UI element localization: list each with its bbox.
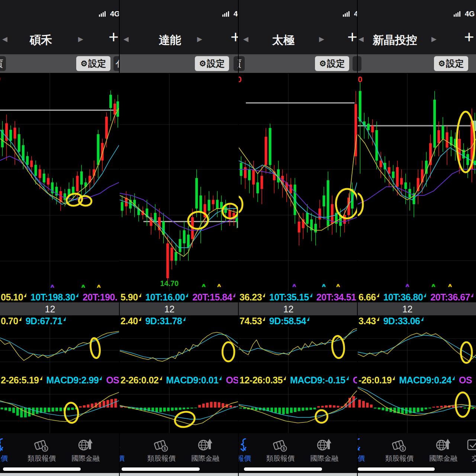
- tab-item-quote-person[interactable]: 報價: [0, 438, 21, 463]
- tab-item-quote-person[interactable]: 報價: [357, 438, 378, 463]
- next-stock-arrow[interactable]: ▶: [431, 35, 437, 43]
- tab-item-sector-quotes[interactable]: $類股報價: [141, 438, 182, 463]
- kd-chart-svg: [120, 327, 238, 374]
- indicator-value: 10T:16.00: [145, 292, 188, 303]
- kd-indicator-chart[interactable]: [358, 327, 476, 374]
- tab-item-sector-quotes[interactable]: $類股報價: [260, 438, 301, 463]
- next-stock-arrow[interactable]: ▶: [78, 35, 83, 43]
- svg-text:^: ^: [406, 283, 409, 289]
- home-indicator[interactable]: [358, 467, 435, 471]
- svg-text:^: ^: [51, 284, 54, 290]
- sector-quotes-icon: $: [33, 438, 50, 453]
- home-indicator[interactable]: [244, 467, 322, 471]
- trade-icon: [467, 438, 476, 453]
- month-label: 12: [283, 304, 294, 315]
- date-axis-row: 12: [0, 302, 119, 315]
- settings-button[interactable]: ⚙設定: [195, 56, 229, 71]
- indicator-value: 9D:67.71: [26, 316, 65, 327]
- settings-button[interactable]: ⚙設定: [76, 56, 110, 71]
- svg-text:^: ^: [293, 283, 296, 289]
- candlestick-chart[interactable]: ^^^0: [358, 73, 476, 292]
- indicator-value: O: [353, 375, 357, 386]
- tab-item-sector-quotes[interactable]: $類股報價: [379, 438, 420, 463]
- tab-label: 國際金融: [71, 454, 100, 463]
- indicator-value: -26:0.19: [358, 375, 395, 386]
- tab-item-quote-person[interactable]: 報價: [119, 438, 138, 463]
- up-tick-icon: [392, 376, 396, 380]
- settings-button[interactable]: ⚙設定: [315, 56, 349, 71]
- macd-indicator-chart[interactable]: [239, 387, 357, 433]
- kd-chart-svg: [0, 327, 119, 374]
- up-tick-icon: [139, 293, 142, 297]
- price-button-clipped[interactable]: 賈: [0, 56, 6, 71]
- price-button-clipped[interactable]: 賈: [234, 56, 238, 71]
- price-ma-row: 6.6610T:36.8020T:36.67: [358, 292, 476, 302]
- side-button-clipped[interactable]: [353, 56, 357, 71]
- kd-indicator-chart[interactable]: [120, 327, 238, 374]
- prev-stock-arrow[interactable]: ◀: [123, 35, 129, 43]
- chart-toolbar: ⚙設定: [358, 54, 476, 73]
- bottom-strip: [0, 473, 119, 476]
- indicator-value: 2-26:5.19: [1, 375, 42, 386]
- tab-item-sector-quotes[interactable]: $類股報價: [21, 438, 62, 463]
- tab-item-global-finance[interactable]: 國際金融: [423, 438, 464, 463]
- bottom-strip: [358, 473, 476, 476]
- carrier-label: 4G: [354, 10, 357, 18]
- price-ma-row: 05.1010T:198.3020T:190.: [0, 292, 119, 302]
- global-finance-icon: [77, 438, 94, 453]
- svg-text:^: ^: [337, 283, 340, 289]
- kd-indicator-chart[interactable]: [0, 327, 119, 374]
- svg-text:^: ^: [322, 283, 326, 289]
- tab-label: 報價: [238, 454, 251, 463]
- prev-stock-arrow[interactable]: ◀: [243, 35, 248, 43]
- tab-item-global-finance[interactable]: 國際金融: [65, 438, 106, 463]
- up-tick-icon: [310, 293, 313, 297]
- next-stock-arrow[interactable]: ▶: [319, 35, 324, 43]
- candlestick-chart[interactable]: ^^^0: [0, 73, 119, 292]
- indicator-value: MACD9:2.99: [46, 375, 102, 386]
- prev-stock-arrow[interactable]: ◀: [358, 35, 364, 43]
- gear-icon: ⚙: [438, 59, 446, 68]
- settings-button[interactable]: ⚙設定: [434, 56, 468, 71]
- add-stock-button[interactable]: +: [231, 28, 238, 45]
- tab-item-global-finance[interactable]: 國際金融: [304, 438, 345, 463]
- date-axis-row: 12: [120, 302, 238, 315]
- candlestick-chart[interactable]: ^^14.70: [120, 73, 238, 292]
- home-indicator[interactable]: [122, 467, 200, 471]
- kd-value-row: 2.409D:31.78: [120, 315, 238, 327]
- candlestick-chart-svg: ^^14.70: [120, 73, 238, 292]
- candlestick-chart[interactable]: ^^^0: [239, 73, 357, 292]
- price-button-clipped[interactable]: 亻: [113, 56, 119, 71]
- status-bar: 4G: [358, 0, 476, 23]
- signal-bars-icon: [99, 11, 106, 17]
- next-stock-arrow[interactable]: ▶: [197, 35, 202, 43]
- kd-indicator-chart[interactable]: [239, 327, 357, 374]
- month-label: 12: [402, 304, 413, 315]
- indicator-value: 20T:190.: [83, 292, 117, 303]
- prev-stock-arrow[interactable]: ◀: [2, 35, 7, 43]
- tab-label: 報價: [119, 454, 125, 463]
- macd-indicator-chart[interactable]: [0, 387, 119, 433]
- add-stock-button[interactable]: +: [109, 28, 119, 45]
- month-label: 12: [45, 304, 55, 315]
- add-stock-button[interactable]: +: [464, 28, 474, 45]
- macd-chart-svg: [0, 387, 119, 433]
- sector-quotes-icon: $: [391, 438, 408, 453]
- macd-value-row: -26:0.19MACD9:0.24OS: [358, 374, 476, 387]
- indicator-value: 10T:36.80: [383, 292, 426, 303]
- svg-text:$: $: [164, 447, 166, 451]
- side-button-clipped[interactable]: [357, 56, 361, 71]
- tab-label: 類股報價: [266, 454, 295, 463]
- up-tick-icon: [263, 317, 266, 321]
- up-tick-icon: [307, 317, 310, 321]
- price-button-clipped[interactable]: 賈: [238, 56, 245, 71]
- indicator-value: OS: [226, 375, 238, 386]
- up-tick-icon: [219, 376, 223, 380]
- add-stock-button[interactable]: +: [347, 28, 357, 45]
- svg-text:0: 0: [0, 74, 0, 84]
- tab-item-quote-person[interactable]: 報價: [238, 438, 264, 463]
- macd-indicator-chart[interactable]: [120, 387, 238, 433]
- macd-indicator-chart[interactable]: [358, 387, 476, 433]
- tab-item-global-finance[interactable]: 國際金融: [185, 438, 226, 463]
- home-indicator[interactable]: [3, 467, 81, 471]
